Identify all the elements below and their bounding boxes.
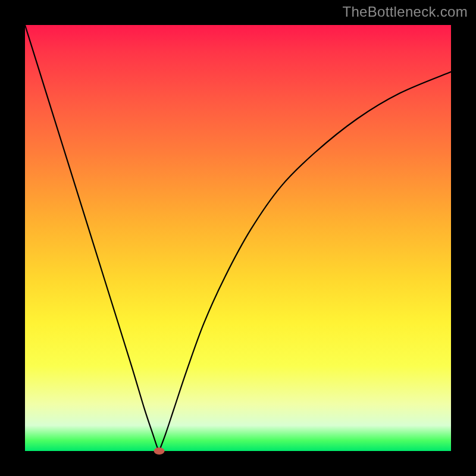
- chart-svg: [25, 25, 451, 451]
- vertex-marker: [154, 447, 165, 455]
- curve-left-branch: [25, 25, 159, 451]
- chart-plot-area: [25, 25, 451, 451]
- watermark-text: TheBottleneck.com: [342, 4, 468, 20]
- curve-right-branch: [159, 72, 451, 451]
- outer-frame: TheBottleneck.com: [0, 0, 476, 476]
